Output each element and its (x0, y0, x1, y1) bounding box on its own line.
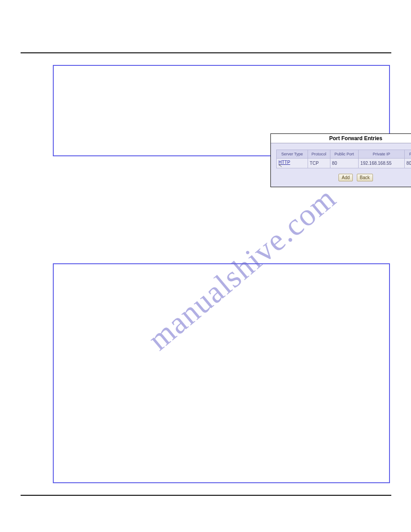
th-public-port: Public Port (330, 150, 359, 159)
th-protocol: Protocol (308, 150, 330, 159)
table-row: HTTP ↖ TCP 80 192.168.168.55 80 (277, 159, 411, 168)
port-forward-entries-panel: Port Forward Entries Server Type Protoco… (270, 133, 411, 187)
port-forward-table: Server Type Protocol Public Port Private… (276, 150, 411, 168)
cell-protocol: TCP (308, 159, 330, 168)
page-bottom-rule (21, 495, 391, 496)
th-private-port: Private Port (404, 150, 411, 159)
port-forward-entries-title: Port Forward Entries (271, 134, 411, 143)
page-top-rule (21, 52, 391, 53)
cell-public-port: 80 (330, 159, 359, 168)
doc-frame-port-forward: Port Forward Entries Server Type Protoco… (53, 65, 390, 156)
cell-private-port: 80 (404, 159, 411, 168)
cell-private-ip: 192.168.168.55 (359, 159, 405, 168)
doc-frame-nat-and-ip: Advanced NAT Options DMZ Port Forwarding… (53, 263, 390, 483)
cursor-icon: ↖ (278, 165, 306, 167)
add-button[interactable]: Add (338, 174, 353, 181)
th-private-ip: Private IP (359, 150, 405, 159)
back-button[interactable]: Back (357, 174, 373, 181)
th-server-type: Server Type (277, 150, 308, 159)
